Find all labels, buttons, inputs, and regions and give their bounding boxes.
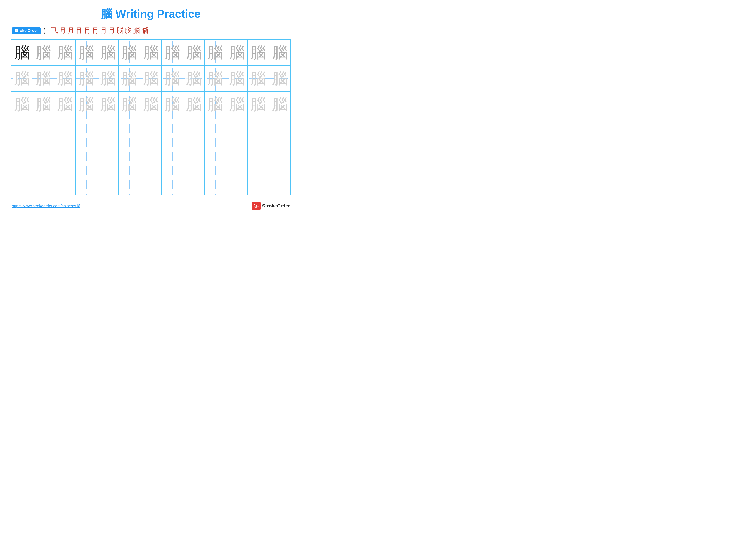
footer: https://www.strokeorder.com/chinese/腦 字 … — [11, 202, 291, 210]
grid-cell-r1-c8[interactable]: 腦 — [162, 39, 183, 65]
char-r1-c8: 腦 — [165, 45, 180, 60]
grid-cell-r4-c13[interactable] — [269, 117, 290, 143]
char-r1-c13: 腦 — [272, 45, 287, 60]
grid-cell-r3-c2[interactable]: 腦 — [33, 91, 54, 117]
grid-cell-r2-c13[interactable]: 腦 — [269, 65, 290, 91]
grid-cell-r4-c11[interactable] — [226, 117, 248, 143]
grid-cell-r3-c5[interactable]: 腦 — [97, 91, 119, 117]
grid-cell-r1-c5[interactable]: 腦 — [97, 39, 119, 65]
grid-cell-r3-c11[interactable]: 腦 — [226, 91, 248, 117]
grid-cell-r3-c7[interactable]: 腦 — [140, 91, 162, 117]
grid-cell-r2-c4[interactable]: 腦 — [76, 65, 97, 91]
grid-cell-r4-c8[interactable] — [162, 117, 183, 143]
grid-cell-r5-c7[interactable] — [140, 143, 162, 169]
grid-cell-r1-c11[interactable]: 腦 — [226, 39, 248, 65]
grid-cell-r3-c12[interactable]: 腦 — [248, 91, 269, 117]
grid-cell-r1-c13[interactable]: 腦 — [269, 39, 290, 65]
char-r1-c7: 腦 — [143, 45, 159, 60]
grid-cell-r3-c6[interactable]: 腦 — [119, 91, 140, 117]
grid-cell-r5-c9[interactable] — [183, 143, 205, 169]
grid-cell-r5-c1[interactable] — [11, 143, 33, 169]
grid-cell-r3-c10[interactable]: 腦 — [204, 91, 226, 117]
grid-cell-r2-c7[interactable]: 腦 — [140, 65, 162, 91]
grid-cell-r6-c3[interactable] — [54, 169, 76, 195]
grid-cell-r5-c8[interactable] — [162, 143, 183, 169]
char-r1-c9: 腦 — [186, 45, 202, 60]
grid-cell-r3-c1[interactable]: 腦 — [11, 91, 33, 117]
grid-cell-r5-c13[interactable] — [269, 143, 290, 169]
grid-cell-r5-c3[interactable] — [54, 143, 76, 169]
char-r1-c12: 腦 — [251, 45, 266, 60]
char-r2-c11: 腦 — [229, 71, 245, 86]
grid-cell-r2-c12[interactable]: 腦 — [248, 65, 269, 91]
char-r1-c10: 腦 — [207, 45, 223, 60]
grid-cell-r1-c10[interactable]: 腦 — [204, 39, 226, 65]
grid-cell-r6-c6[interactable] — [119, 169, 140, 195]
grid-cell-r5-c2[interactable] — [33, 143, 54, 169]
char-r2-c2: 腦 — [36, 71, 51, 86]
char-r2-c10: 腦 — [207, 71, 223, 86]
char-r3-c6: 腦 — [122, 96, 137, 112]
grid-cell-r6-c2[interactable] — [33, 169, 54, 195]
char-r3-c7: 腦 — [143, 96, 159, 112]
brand-label: StrokeOrder — [262, 203, 290, 209]
grid-cell-r1-c3[interactable]: 腦 — [54, 39, 76, 65]
grid-cell-r5-c11[interactable] — [226, 143, 248, 169]
grid-cell-r5-c12[interactable] — [248, 143, 269, 169]
grid-cell-r4-c10[interactable] — [204, 117, 226, 143]
char-r2-c1: 腦 — [14, 71, 30, 86]
grid-cell-r2-c6[interactable]: 腦 — [119, 65, 140, 91]
char-r3-c2: 腦 — [36, 96, 51, 112]
title-char: 腦 — [101, 8, 112, 20]
grid-cell-r4-c5[interactable] — [97, 117, 119, 143]
grid-cell-r2-c2[interactable]: 腦 — [33, 65, 54, 91]
grid-cell-r4-c9[interactable] — [183, 117, 205, 143]
grid-cell-r3-c4[interactable]: 腦 — [76, 91, 97, 117]
grid-cell-r6-c10[interactable] — [204, 169, 226, 195]
grid-cell-r6-c1[interactable] — [11, 169, 33, 195]
grid-cell-r4-c1[interactable] — [11, 117, 33, 143]
grid-cell-r6-c13[interactable] — [269, 169, 290, 195]
grid-cell-r1-c2[interactable]: 腦 — [33, 39, 54, 65]
grid-cell-r3-c8[interactable]: 腦 — [162, 91, 183, 117]
grid-cell-r6-c9[interactable] — [183, 169, 205, 195]
grid-cell-r1-c7[interactable]: 腦 — [140, 39, 162, 65]
grid-cell-r5-c5[interactable] — [97, 143, 119, 169]
grid-cell-r2-c10[interactable]: 腦 — [204, 65, 226, 91]
char-r3-c12: 腦 — [251, 96, 266, 112]
grid-cell-r4-c2[interactable] — [33, 117, 54, 143]
grid-cell-r6-c8[interactable] — [162, 169, 183, 195]
grid-cell-r5-c4[interactable] — [76, 143, 97, 169]
grid-cell-r4-c6[interactable] — [119, 117, 140, 143]
grid-cell-r6-c11[interactable] — [226, 169, 248, 195]
grid-cell-r1-c4[interactable]: 腦 — [76, 39, 97, 65]
stroke-4: 月 — [68, 26, 74, 35]
grid-cell-r1-c1[interactable]: 腦 — [11, 39, 33, 65]
grid-cell-r4-c7[interactable] — [140, 117, 162, 143]
grid-cell-r3-c13[interactable]: 腦 — [269, 91, 290, 117]
grid-cell-r4-c3[interactable] — [54, 117, 76, 143]
stroke-3: 月 — [59, 26, 66, 35]
grid-cell-r3-c3[interactable]: 腦 — [54, 91, 76, 117]
grid-cell-r6-c4[interactable] — [76, 169, 97, 195]
grid-cell-r2-c9[interactable]: 腦 — [183, 65, 205, 91]
grid-cell-r1-c6[interactable]: 腦 — [119, 39, 140, 65]
grid-cell-r5-c6[interactable] — [119, 143, 140, 169]
grid-cell-r6-c12[interactable] — [248, 169, 269, 195]
grid-cell-r2-c5[interactable]: 腦 — [97, 65, 119, 91]
grid-cell-r4-c12[interactable] — [248, 117, 269, 143]
grid-cell-r2-c1[interactable]: 腦 — [11, 65, 33, 91]
brand-icon: 字 — [252, 202, 260, 210]
grid-cell-r2-c8[interactable]: 腦 — [162, 65, 183, 91]
grid-cell-r3-c9[interactable]: 腦 — [183, 91, 205, 117]
grid-cell-r2-c11[interactable]: 腦 — [226, 65, 248, 91]
grid-cell-r2-c3[interactable]: 腦 — [54, 65, 76, 91]
grid-cell-r1-c12[interactable]: 腦 — [248, 39, 269, 65]
stroke-12: 腦 — [133, 26, 140, 35]
grid-cell-r1-c9[interactable]: 腦 — [183, 39, 205, 65]
footer-url[interactable]: https://www.strokeorder.com/chinese/腦 — [12, 203, 80, 209]
grid-cell-r4-c4[interactable] — [76, 117, 97, 143]
grid-cell-r6-c5[interactable] — [97, 169, 119, 195]
grid-cell-r6-c7[interactable] — [140, 169, 162, 195]
grid-cell-r5-c10[interactable] — [204, 143, 226, 169]
